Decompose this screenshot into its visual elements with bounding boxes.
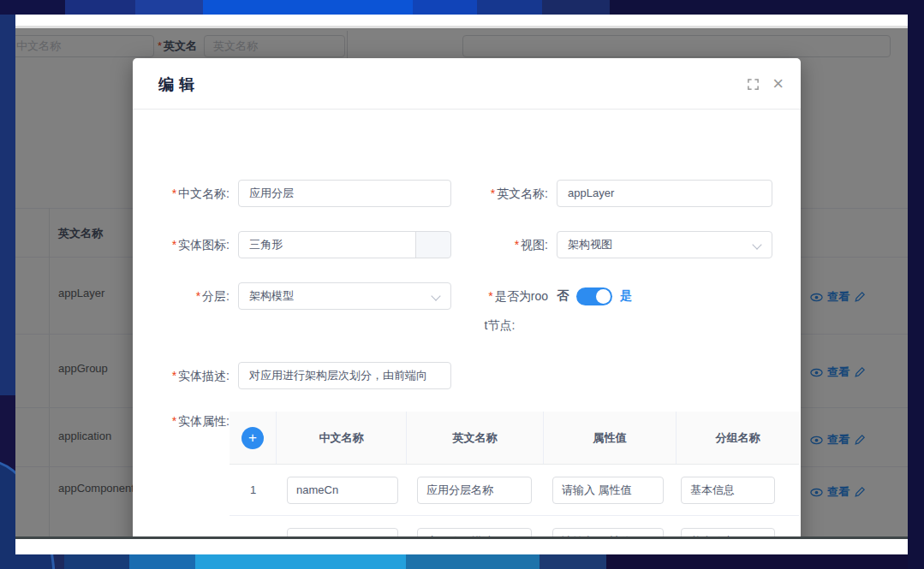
browser-page: 中文名称 *英文名 英文名称 英文名称 appLayer appGroup ap… — [15, 15, 908, 554]
top-stripe-segment — [65, 0, 135, 15]
fullscreen-icon[interactable] — [747, 78, 760, 91]
attr-header-value: 属性值 — [544, 412, 677, 464]
name-cn-input[interactable]: 应用分层 — [238, 180, 451, 207]
entity-icon-input[interactable]: 三角形 — [238, 231, 451, 258]
attr-en-input[interactable]: 应用分层名称 — [417, 477, 532, 504]
attr-value-input[interactable]: 请输入 属性值 — [552, 528, 664, 539]
attr-group-input[interactable]: 基本信息 — [681, 477, 775, 504]
toggle-on-label: 是 — [620, 288, 632, 304]
attr-table-header: + 中文名称 英文名称 属性值 分组名称 — [230, 412, 799, 465]
attr-header-cn: 中文名称 — [277, 412, 407, 464]
attr-row: 1 nameCn 应用分层名称 请输入 属性值 基本信息 — [230, 465, 799, 516]
bottom-stripe-segment — [406, 554, 539, 569]
field-label-name-en: *英文名称: — [451, 180, 548, 207]
attr-header-en: 英文名称 — [407, 412, 544, 464]
edit-modal: 编辑 × *中文名称: 应用分层 *英文名称: appLayer *实体图标: — [133, 58, 801, 539]
bottom-stripe-segment — [129, 554, 195, 569]
attr-cn-input[interactable]: nameCn — [287, 477, 398, 504]
view-select[interactable]: 架构视图 — [557, 231, 772, 258]
field-label-entity-attrs: *实体属性: — [133, 407, 230, 435]
close-icon[interactable]: × — [772, 71, 784, 97]
field-label-view: *视图: — [451, 231, 548, 258]
add-attr-button[interactable]: + — [241, 427, 264, 449]
attr-en-input[interactable]: 应用分层描述 — [417, 528, 532, 539]
field-label-entity-icon: *实体图标: — [133, 231, 230, 258]
field-label-is-root-line2: t节点: — [451, 311, 548, 339]
field-label-name-cn: *中文名称: — [133, 180, 230, 207]
entity-attr-table: + 中文名称 英文名称 属性值 分组名称 1 nameCn 应用分层名称 请输入… — [230, 412, 799, 539]
field-label-is-root-line1: *是否为roo — [451, 282, 548, 310]
name-en-input[interactable]: appLayer — [557, 180, 772, 207]
top-stripe-segment — [413, 0, 477, 15]
modal-title: 编辑 — [158, 74, 200, 95]
bottom-stripe-segment — [195, 554, 406, 569]
layer-select[interactable]: 架构模型 — [238, 282, 451, 310]
attr-row-index: 1 — [230, 465, 277, 516]
bottom-stripe-segment — [64, 554, 129, 569]
top-stripe-segment — [135, 0, 203, 15]
top-stripe-segment — [542, 0, 610, 15]
left-edge-band — [0, 15, 15, 569]
attr-cn-input[interactable]: nodeDesc — [287, 528, 398, 539]
field-label-entity-desc: *实体描述: — [133, 362, 230, 389]
top-stripe-segment — [610, 0, 924, 15]
bottom-stripe-segment — [606, 554, 924, 569]
top-stripe-segment — [477, 0, 542, 15]
attr-row: 2 nodeDesc 应用分层描述 请输入 属性值 基本信息 — [230, 516, 799, 539]
bottom-stripe-segment — [539, 554, 606, 569]
top-stripe-segment — [0, 0, 65, 15]
attr-header-group: 分组名称 — [677, 412, 799, 464]
chevron-down-icon — [752, 240, 761, 249]
page-content: 中文名称 *英文名 英文名称 英文名称 appLayer appGroup ap… — [15, 26, 908, 539]
is-root-toggle[interactable] — [576, 287, 612, 305]
toggle-off-label: 否 — [557, 288, 569, 304]
entity-desc-input[interactable]: 对应用进行架构层次划分，由前端向 — [238, 362, 451, 389]
top-stripe-segment — [203, 0, 413, 15]
desktop-background: 中文名称 *英文名 英文名称 英文名称 appLayer appGroup ap… — [0, 0, 924, 569]
icon-picker-addon[interactable] — [415, 231, 451, 258]
field-label-layer: *分层: — [133, 282, 230, 310]
attr-group-input[interactable]: 基本信息 — [681, 528, 775, 539]
attr-row-index: 2 — [230, 516, 277, 539]
modal-header: 编辑 × — [133, 58, 801, 110]
chevron-down-icon — [431, 291, 440, 300]
right-edge-band — [908, 15, 924, 569]
is-root-toggle-group: 否 是 — [557, 282, 632, 310]
attr-value-input[interactable]: 请输入 属性值 — [552, 477, 664, 504]
